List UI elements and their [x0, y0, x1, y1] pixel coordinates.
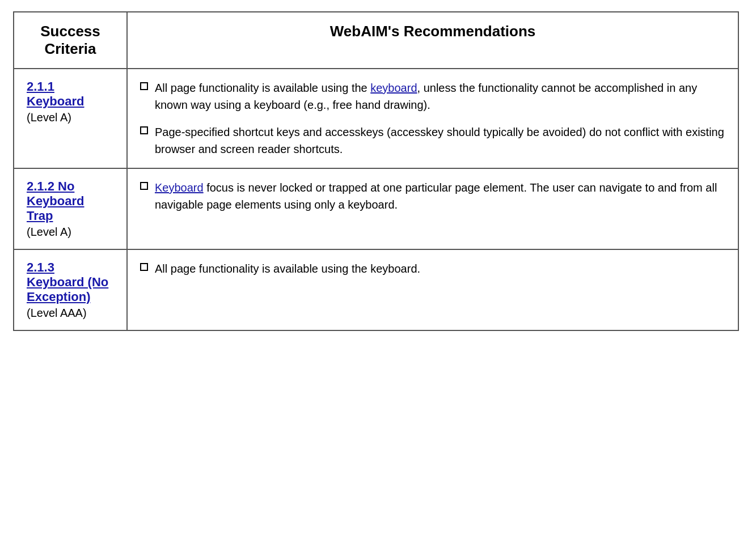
- inline-link[interactable]: Keyboard: [155, 181, 204, 194]
- level-text: (Level A): [27, 226, 71, 238]
- table-row: 2.1.3 Keyboard (No Exception)(Level AAA)…: [14, 249, 738, 330]
- rec-text: All page functionality is available usin…: [155, 260, 725, 277]
- inline-link[interactable]: keyboard: [370, 82, 417, 94]
- recommendations-header-text: WebAIM's Recommendations: [330, 23, 536, 40]
- recommendations-cell: Keyboard focus is never locked or trappe…: [127, 168, 738, 249]
- criteria-header-text: Success Criteria: [40, 23, 100, 57]
- level-text: (Level AAA): [27, 307, 87, 319]
- list-item: All page functionality is available usin…: [140, 79, 725, 113]
- rec-text: Page-specified shortcut keys and accessk…: [155, 124, 725, 158]
- bullet-square-icon: [140, 126, 148, 134]
- criteria-cell: 2.1.1 Keyboard(Level A): [14, 69, 127, 168]
- list-item: All page functionality is available usin…: [140, 260, 725, 277]
- rec-text: Keyboard focus is never locked or trappe…: [155, 179, 725, 213]
- recommendations-cell: All page functionality is available usin…: [127, 69, 738, 168]
- criteria-link[interactable]: 2.1.1 Keyboard: [27, 79, 114, 109]
- level-text: (Level A): [27, 111, 71, 124]
- recommendations-cell: All page functionality is available usin…: [127, 249, 738, 330]
- bullet-square-icon: [140, 82, 148, 90]
- list-item: Keyboard focus is never locked or trappe…: [140, 179, 725, 213]
- criteria-cell: 2.1.3 Keyboard (No Exception)(Level AAA): [14, 249, 127, 330]
- rec-list: All page functionality is available usin…: [140, 260, 725, 277]
- criteria-link[interactable]: 2.1.2 No Keyboard Trap: [27, 179, 114, 223]
- rec-list: All page functionality is available usin…: [140, 79, 725, 158]
- rec-text: All page functionality is available usin…: [155, 79, 725, 113]
- table-row: 2.1.2 No Keyboard Trap(Level A)Keyboard …: [14, 168, 738, 249]
- recommendations-table: Success Criteria WebAIM's Recommendation…: [13, 11, 739, 331]
- table-row: 2.1.1 Keyboard(Level A)All page function…: [14, 69, 738, 168]
- col-header-criteria: Success Criteria: [14, 12, 127, 69]
- rec-list: Keyboard focus is never locked or trappe…: [140, 179, 725, 213]
- criteria-cell: 2.1.2 No Keyboard Trap(Level A): [14, 168, 127, 249]
- list-item: Page-specified shortcut keys and accessk…: [140, 124, 725, 158]
- bullet-square-icon: [140, 263, 148, 271]
- criteria-link[interactable]: 2.1.3 Keyboard (No Exception): [27, 260, 114, 304]
- col-header-recommendations: WebAIM's Recommendations: [127, 12, 738, 69]
- bullet-square-icon: [140, 182, 148, 190]
